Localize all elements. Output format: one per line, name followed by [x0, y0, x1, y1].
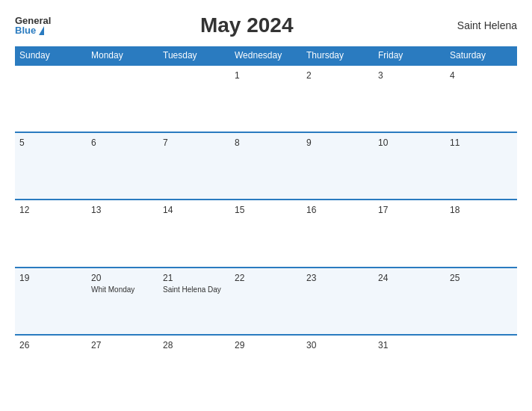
day-number: 6	[91, 137, 154, 148]
calendar-title: May 2024	[200, 13, 294, 37]
calendar-day-cell: 14	[158, 200, 230, 267]
calendar-day-cell	[445, 335, 517, 402]
day-number: 20	[91, 273, 154, 283]
day-number: 28	[163, 340, 226, 350]
calendar-day-cell: 6	[87, 132, 158, 200]
day-of-week-header: Thursday	[302, 46, 374, 65]
day-of-week-header: Monday	[87, 46, 158, 65]
day-number: 26	[19, 340, 82, 350]
day-number: 8	[235, 137, 297, 148]
calendar-week-row: 12131415161718	[15, 200, 517, 267]
day-number: 15	[235, 205, 297, 215]
logo-blue: Blue	[15, 25, 36, 35]
day-number: 21	[163, 273, 226, 283]
day-number: 9	[306, 137, 369, 148]
holiday-name: Saint Helena Day	[163, 285, 226, 294]
day-of-week-header: Friday	[374, 46, 445, 65]
calendar-week-row: 1920Whit Monday21Saint Helena Day2223242…	[15, 268, 517, 335]
day-of-week-header: Wednesday	[230, 46, 302, 65]
logo: General Blue	[15, 16, 51, 35]
day-number: 4	[450, 70, 513, 81]
calendar-day-cell: 16	[302, 200, 374, 267]
calendar-day-cell	[15, 65, 87, 132]
day-number: 30	[306, 340, 369, 350]
page: General Blue May 2024 Saint Helena Sunda…	[0, 0, 532, 411]
calendar-day-cell: 4	[445, 65, 517, 132]
day-number: 19	[19, 273, 82, 283]
day-number: 2	[306, 70, 369, 81]
day-number: 23	[306, 273, 369, 283]
calendar-week-row: 567891011	[15, 132, 517, 200]
calendar-day-cell: 8	[230, 132, 302, 200]
calendar-day-cell: 15	[230, 200, 302, 267]
day-number: 5	[19, 137, 82, 148]
day-number: 12	[19, 205, 82, 215]
calendar-day-cell: 10	[374, 132, 445, 200]
day-number: 16	[306, 205, 369, 215]
calendar-day-cell: 2	[302, 65, 374, 132]
calendar-day-cell: 7	[158, 132, 230, 200]
day-of-week-header: Tuesday	[158, 46, 230, 65]
calendar-day-cell: 17	[374, 200, 445, 267]
calendar-week-row: 1234	[15, 65, 517, 132]
calendar-day-cell: 20Whit Monday	[87, 268, 158, 335]
day-number: 25	[450, 273, 513, 283]
day-number: 13	[91, 205, 154, 215]
day-number: 1	[235, 70, 297, 81]
day-of-week-header: Sunday	[15, 46, 87, 65]
day-number: 10	[378, 137, 441, 148]
day-number: 3	[378, 70, 441, 81]
day-number: 22	[235, 273, 297, 283]
calendar-day-cell	[87, 65, 158, 132]
calendar-day-cell: 19	[15, 268, 87, 335]
day-of-week-header: Saturday	[445, 46, 517, 65]
calendar-day-cell	[158, 65, 230, 132]
calendar-day-cell: 9	[302, 132, 374, 200]
calendar-day-cell: 22	[230, 268, 302, 335]
calendar-day-cell: 12	[15, 200, 87, 267]
calendar-table: SundayMondayTuesdayWednesdayThursdayFrid…	[15, 46, 517, 402]
calendar-day-cell: 18	[445, 200, 517, 267]
calendar-day-cell: 1	[230, 65, 302, 132]
calendar-day-cell: 29	[230, 335, 302, 402]
day-number: 31	[378, 340, 441, 350]
calendar-day-cell: 26	[15, 335, 87, 402]
calendar-day-cell: 25	[445, 268, 517, 335]
day-number: 24	[378, 273, 441, 283]
calendar-day-cell: 28	[158, 335, 230, 402]
day-number: 29	[235, 340, 297, 350]
header: General Blue May 2024 Saint Helena	[15, 13, 517, 37]
calendar-day-cell: 30	[302, 335, 374, 402]
holiday-name: Whit Monday	[91, 285, 154, 294]
calendar-header-row: SundayMondayTuesdayWednesdayThursdayFrid…	[15, 46, 517, 65]
calendar-day-cell: 11	[445, 132, 517, 200]
calendar-day-cell: 27	[87, 335, 158, 402]
day-number: 14	[163, 205, 226, 215]
calendar-day-cell: 24	[374, 268, 445, 335]
region-label: Saint Helena	[442, 19, 517, 31]
calendar-day-cell: 3	[374, 65, 445, 132]
calendar-week-row: 262728293031	[15, 335, 517, 402]
day-number: 7	[163, 137, 226, 148]
calendar-day-cell: 21Saint Helena Day	[158, 268, 230, 335]
calendar-day-cell: 23	[302, 268, 374, 335]
day-number: 11	[450, 137, 513, 148]
logo-triangle-icon	[39, 26, 44, 35]
day-number: 17	[378, 205, 441, 215]
day-number: 18	[450, 205, 513, 215]
day-number: 27	[91, 340, 154, 350]
calendar-day-cell: 5	[15, 132, 87, 200]
calendar-day-cell: 13	[87, 200, 158, 267]
calendar-day-cell: 31	[374, 335, 445, 402]
